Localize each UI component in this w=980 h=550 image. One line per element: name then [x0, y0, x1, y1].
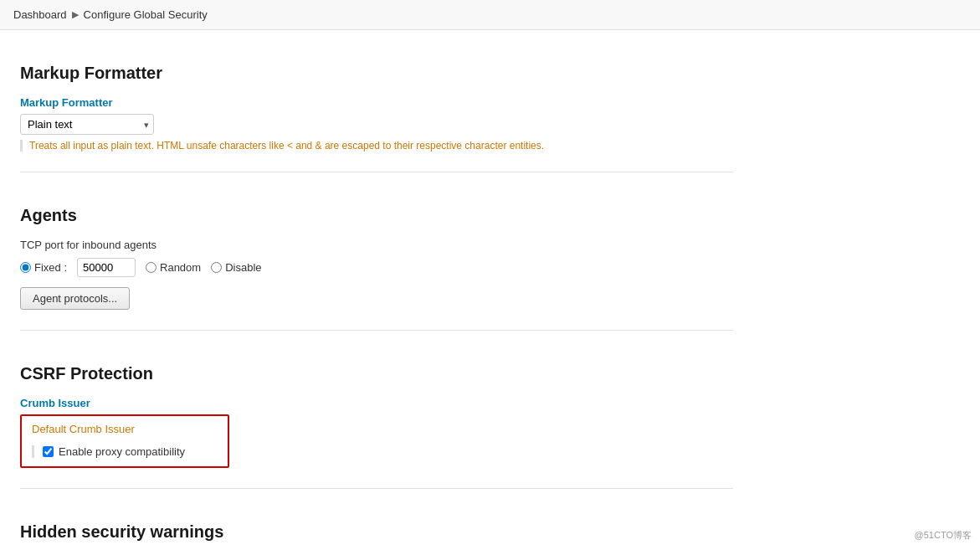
tcp-label: TCP port for inbound agents	[20, 239, 733, 251]
watermark: @51CTO博客	[915, 529, 972, 542]
radio-fixed-text: Fixed :	[34, 261, 67, 274]
agents-title: Agents	[20, 193, 733, 225]
proxy-checkbox-container: Enable proxy compatibility	[32, 445, 185, 458]
csrf-title: CSRF Protection	[20, 351, 733, 383]
markup-formatter-select[interactable]: Plain text Safe HTML	[20, 114, 154, 135]
agents-section: Agents TCP port for inbound agents Fixed…	[20, 193, 733, 331]
csrf-section: CSRF Protection Crumb Issuer Default Cru…	[20, 351, 733, 489]
crumb-issuer-value: Default Crumb Issuer	[22, 416, 228, 442]
agent-protocols-button[interactable]: Agent protocols...	[20, 287, 130, 310]
markup-formatter-select-wrapper[interactable]: Plain text Safe HTML	[20, 114, 154, 135]
radio-random-label[interactable]: Random	[146, 261, 201, 274]
hidden-warnings-section: Hidden security warnings Security warnin…	[20, 509, 733, 550]
radio-disable-label[interactable]: Disable	[211, 261, 261, 274]
radio-group: Fixed : 50000 Random Disable	[20, 258, 733, 277]
proxy-row: Enable proxy compatibility	[22, 442, 228, 466]
breadcrumb-current: Configure Global Security	[84, 8, 208, 21]
radio-random-text: Random	[160, 261, 201, 274]
markup-formatter-title: Markup Formatter	[20, 50, 733, 83]
port-input[interactable]: 50000	[77, 258, 136, 277]
csrf-box: Default Crumb Issuer Enable proxy compat…	[20, 414, 229, 468]
markup-formatter-section: Markup Formatter Markup Formatter Plain …	[20, 50, 733, 172]
radio-fixed-label[interactable]: Fixed :	[20, 261, 67, 274]
markup-formatter-label: Markup Formatter	[20, 96, 733, 109]
radio-fixed-input[interactable]	[20, 262, 31, 273]
radio-disable-text: Disable	[225, 261, 261, 274]
breadcrumb: Dashboard ▶ Configure Global Security	[0, 0, 980, 30]
proxy-compatibility-checkbox[interactable]	[43, 446, 54, 457]
markup-formatter-hint: Treats all input as plain text. HTML uns…	[20, 140, 733, 152]
radio-disable-input[interactable]	[211, 262, 222, 273]
radio-random-input[interactable]	[146, 262, 156, 273]
proxy-compatibility-label: Enable proxy compatibility	[59, 445, 185, 458]
breadcrumb-home[interactable]: Dashboard	[13, 8, 67, 21]
main-content: Markup Formatter Markup Formatter Plain …	[0, 30, 753, 550]
hidden-warnings-title: Hidden security warnings	[20, 509, 733, 542]
crumb-issuer-label: Crumb Issuer	[20, 397, 733, 409]
breadcrumb-separator: ▶	[72, 9, 79, 20]
